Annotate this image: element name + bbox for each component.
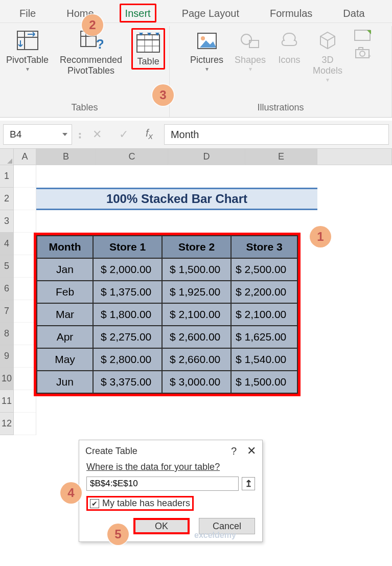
- cell-store2[interactable]: $ 3,000.00: [162, 371, 231, 393]
- page-title: 100% Stacked Bar Chart: [36, 188, 317, 210]
- col-header-b[interactable]: B: [36, 149, 96, 165]
- svg-rect-20: [355, 30, 370, 40]
- screenshot-button[interactable]: +: [352, 28, 373, 62]
- name-box[interactable]: B4: [3, 124, 72, 145]
- row-header[interactable]: 12: [0, 413, 14, 435]
- col-header-rest[interactable]: [317, 149, 392, 165]
- row-header[interactable]: 5: [0, 255, 14, 278]
- th-store1: Store 1: [93, 236, 162, 258]
- illustrations-group-label: Illustrations: [258, 102, 304, 115]
- range-picker-button[interactable]: ↥: [242, 477, 255, 490]
- tab-data[interactable]: Data: [338, 4, 370, 22]
- cell-month[interactable]: Jun: [37, 371, 93, 393]
- chevron-down-icon: ▾: [249, 65, 252, 73]
- tab-page-layout[interactable]: Page Layout: [177, 4, 244, 22]
- formula-bar[interactable]: Month: [164, 124, 389, 145]
- separator-icon: ᎓: [77, 128, 81, 141]
- 3d-models-icon: [315, 29, 340, 53]
- row-header[interactable]: 6: [0, 278, 14, 300]
- th-store3: Store 3: [231, 236, 297, 258]
- cell-store3[interactable]: $ 2,100.00: [231, 303, 297, 326]
- cell-store1[interactable]: $ 2,800.00: [93, 348, 162, 371]
- cell-store2[interactable]: $ 2,600.00: [162, 326, 231, 348]
- cell-store3[interactable]: $ 2,500.00: [231, 258, 297, 281]
- th-month: Month: [37, 236, 93, 258]
- row-header[interactable]: 11: [0, 390, 14, 413]
- cell-store3[interactable]: $ 1,500.00: [231, 371, 297, 393]
- tab-insert[interactable]: Insert: [120, 4, 156, 22]
- step-badge-2: 2: [82, 14, 103, 36]
- row-header[interactable]: 4: [0, 233, 14, 255]
- row-header[interactable]: 10: [0, 368, 14, 390]
- step-badge-3: 3: [152, 84, 174, 106]
- data-table: Month Store 1 Store 2 Store 3 Jan$ 2,000…: [36, 235, 298, 394]
- svg-rect-24: [359, 48, 363, 50]
- cell-store3[interactable]: $ 1,540.00: [231, 348, 297, 371]
- cell-store2[interactable]: $ 1,925.00: [162, 281, 231, 303]
- cell-month[interactable]: Apr: [37, 326, 93, 348]
- tab-file[interactable]: File: [14, 4, 41, 22]
- chevron-down-icon: ▾: [26, 65, 29, 73]
- shapes-label: Shapes: [235, 55, 266, 65]
- dialog-title: Create Table: [85, 446, 137, 457]
- icons-label: Icons: [279, 55, 301, 65]
- row-header[interactable]: 2: [0, 188, 14, 210]
- data-selection[interactable]: Month Store 1 Store 2 Store 3 Jan$ 2,000…: [34, 233, 301, 396]
- row-header[interactable]: 9: [0, 345, 14, 368]
- table-icon: [135, 31, 162, 54]
- table-row: May$ 2,800.00$ 2,660.00$ 1,540.00: [37, 348, 297, 371]
- ok-button[interactable]: OK: [133, 518, 190, 534]
- row-header[interactable]: 8: [0, 323, 14, 345]
- pivot-table-button[interactable]: PivotTable ▾: [4, 28, 51, 74]
- create-table-dialog: Create Table ? ✕ Where is the data for y…: [79, 440, 263, 542]
- pictures-button[interactable]: Pictures ▾: [188, 28, 225, 74]
- cell-store2[interactable]: $ 2,660.00: [162, 348, 231, 371]
- cell-store1[interactable]: $ 2,000.00: [93, 258, 162, 281]
- cell-store2[interactable]: $ 1,500.00: [162, 258, 231, 281]
- cell-store1[interactable]: $ 1,375.00: [93, 281, 162, 303]
- 3d-models-button[interactable]: 3D Models ▾: [311, 28, 344, 84]
- pictures-icon: [195, 29, 219, 53]
- cell-store3[interactable]: $ 1,625.00: [231, 326, 297, 348]
- tab-formulas[interactable]: Formulas: [265, 4, 317, 22]
- svg-rect-7: [137, 35, 159, 52]
- row-header[interactable]: 3: [0, 210, 14, 233]
- cell-month[interactable]: May: [37, 348, 93, 371]
- accept-formula-button[interactable]: ✓: [113, 128, 134, 141]
- fx-button[interactable]: fx: [140, 127, 159, 142]
- table-button[interactable]: Table: [131, 28, 165, 70]
- icons-button[interactable]: Icons: [275, 28, 304, 66]
- headers-checkbox[interactable]: ✔: [90, 499, 99, 508]
- th-store2: Store 2: [162, 236, 231, 258]
- close-icon[interactable]: ✕: [247, 444, 256, 458]
- shapes-icon: [238, 29, 263, 53]
- cell-store2[interactable]: $ 2,100.00: [162, 303, 231, 326]
- svg-point-23: [360, 51, 365, 56]
- row-header[interactable]: 1: [0, 165, 14, 188]
- row-header[interactable]: 7: [0, 300, 14, 323]
- help-button[interactable]: ?: [231, 445, 247, 457]
- col-header-a[interactable]: A: [14, 149, 36, 165]
- col-header-c[interactable]: C: [96, 149, 168, 165]
- pivot-table-icon: [15, 29, 40, 53]
- dialog-question: Where is the data for your table?: [86, 462, 255, 472]
- chevron-down-icon: ▾: [326, 76, 329, 83]
- cell-month[interactable]: Jan: [37, 258, 93, 281]
- cell-month[interactable]: Feb: [37, 281, 93, 303]
- cell-month[interactable]: Mar: [37, 303, 93, 326]
- cancel-formula-button[interactable]: ✕: [86, 128, 108, 141]
- table-row: Feb$ 1,375.00$ 1,925.00$ 2,200.00: [37, 281, 297, 303]
- col-header-e[interactable]: E: [245, 149, 317, 165]
- tables-group-label: Tables: [72, 102, 98, 115]
- cell-store1[interactable]: $ 3,375.00: [93, 371, 162, 393]
- select-all-button[interactable]: [0, 149, 14, 165]
- cell-store1[interactable]: $ 2,275.00: [93, 326, 162, 348]
- cell-store1[interactable]: $ 1,800.00: [93, 303, 162, 326]
- col-header-d[interactable]: D: [168, 149, 245, 165]
- shapes-button[interactable]: Shapes ▾: [233, 28, 268, 74]
- cell-store3[interactable]: $ 2,200.00: [231, 281, 297, 303]
- camera-icon: +: [354, 47, 371, 59]
- range-input[interactable]: [86, 477, 239, 491]
- svg-point-16: [201, 36, 205, 40]
- icons-icon: [277, 29, 302, 53]
